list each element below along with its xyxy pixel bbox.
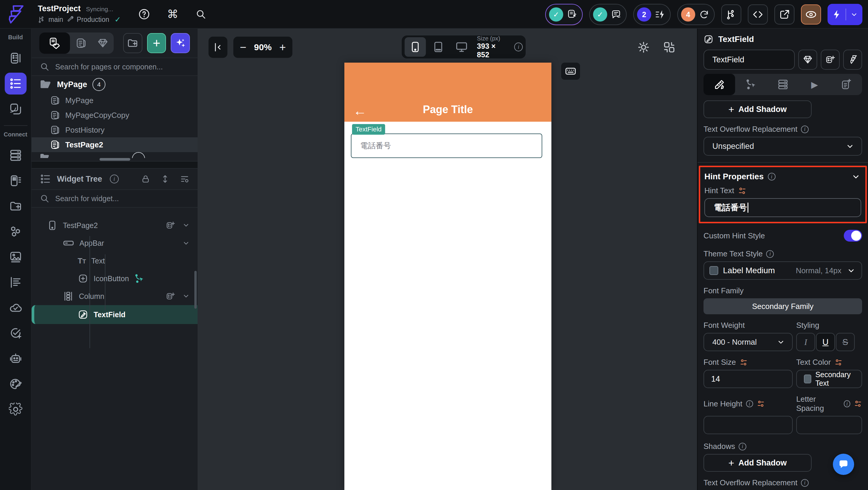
rail-cloud-functions[interactable] xyxy=(5,297,27,319)
search-button[interactable] xyxy=(195,9,206,20)
rail-settings[interactable] xyxy=(5,398,27,420)
project-health-badge[interactable]: ✓ xyxy=(545,4,583,25)
chevron-down-icon[interactable] xyxy=(182,239,190,247)
rail-ai-agent[interactable] xyxy=(5,348,27,369)
info-icon[interactable]: i xyxy=(766,250,774,258)
tab-backend[interactable] xyxy=(767,74,799,95)
add-page-button[interactable]: + xyxy=(147,33,166,53)
set-from-variable-icon[interactable] xyxy=(740,358,748,367)
info-icon[interactable]: i xyxy=(739,443,746,451)
rail-widget-palette[interactable] xyxy=(5,47,27,69)
info-icon[interactable]: i xyxy=(801,125,809,133)
history-badge[interactable]: 4 xyxy=(677,4,715,25)
zoom-out-button[interactable]: − xyxy=(240,42,246,53)
rail-page-selector-active[interactable] xyxy=(5,73,27,94)
info-icon[interactable]: i xyxy=(801,479,809,487)
tree-node-text[interactable]: TT Text xyxy=(32,252,197,270)
tab-actions[interactable] xyxy=(735,74,767,95)
letter-spacing-input[interactable] xyxy=(796,416,862,434)
view-code-button[interactable] xyxy=(748,4,768,25)
panel-vertical-scrollbar[interactable] xyxy=(194,271,197,309)
preview-page-title[interactable]: Page Title xyxy=(344,103,551,116)
rail-app-values[interactable] xyxy=(5,271,27,293)
page-item-testpage2-selected[interactable]: TestPage2 xyxy=(32,137,197,152)
add-widget-icon[interactable] xyxy=(166,221,175,230)
canvas-area[interactable]: − 90% + Size (px) 393 × 852 i ← Page Tit… xyxy=(197,29,697,490)
set-from-variable-icon[interactable] xyxy=(834,358,843,367)
italic-button[interactable]: I xyxy=(796,333,815,351)
tree-node-appbar[interactable]: AppBar xyxy=(32,234,197,252)
environment-name[interactable]: Production xyxy=(77,16,109,24)
flutterflow-docs-button[interactable] xyxy=(843,50,862,70)
canvas-settings-icon[interactable] xyxy=(663,41,676,54)
add-shadow-button-2[interactable]: + Add Shadow xyxy=(704,454,812,472)
info-icon[interactable]: i xyxy=(844,400,850,407)
keyboard-toggle-button[interactable] xyxy=(561,63,580,80)
theme-text-style-selector[interactable]: Label Medium Normal, 14px xyxy=(704,262,862,280)
tab-tests[interactable] xyxy=(831,74,862,95)
widget-search-input[interactable] xyxy=(55,194,189,203)
widget-name-input[interactable]: TextField xyxy=(704,50,795,70)
run-options-chevron-icon[interactable] xyxy=(850,10,859,19)
tab-components[interactable] xyxy=(92,32,114,54)
ai-generate-page-button[interactable] xyxy=(171,33,190,53)
flutterflow-logo[interactable] xyxy=(5,4,25,25)
text-color-selector[interactable]: Secondary Text xyxy=(796,370,862,388)
device-preview[interactable]: ← Page Title TextField 電話番号 電話番号 xyxy=(344,63,551,490)
add-shadow-button[interactable]: + Add Shadow xyxy=(704,100,812,118)
size-info-icon[interactable]: i xyxy=(514,42,523,51)
info-icon[interactable]: i xyxy=(746,400,753,407)
font-family-button[interactable]: Secondary Family xyxy=(704,298,862,314)
help-button[interactable] xyxy=(138,8,150,20)
command-menu-button[interactable]: ⌘ xyxy=(167,8,178,20)
branching-button[interactable] xyxy=(721,4,741,25)
run-button[interactable] xyxy=(828,4,862,25)
support-chat-button[interactable] xyxy=(833,454,854,475)
tab-animations[interactable]: ▶ xyxy=(799,74,830,95)
pages-search-input[interactable] xyxy=(55,63,189,71)
line-height-input[interactable] xyxy=(704,416,793,434)
action-attached-icon[interactable] xyxy=(134,274,145,283)
convert-to-component-button[interactable] xyxy=(798,50,817,70)
actions-badge[interactable]: 2 xyxy=(633,4,671,25)
tree-node-testpage2[interactable]: TestPage2 xyxy=(32,216,197,234)
rail-media-assets[interactable] xyxy=(5,246,27,268)
set-from-variable-icon[interactable] xyxy=(854,400,862,408)
page-item-mypagecopycopy[interactable]: MyPageCopyCopy xyxy=(32,108,197,123)
open-external-button[interactable] xyxy=(774,4,795,25)
set-from-variable-icon[interactable] xyxy=(738,186,747,195)
preview-button[interactable] xyxy=(801,4,821,25)
custom-hint-style-toggle[interactable] xyxy=(844,230,862,242)
rail-components[interactable] xyxy=(5,98,27,120)
underline-button[interactable]: U xyxy=(816,333,835,351)
preview-textfield[interactable]: 電話番号 xyxy=(351,133,542,158)
text-overflow-dropdown[interactable]: Unspecified xyxy=(704,137,862,156)
collapse-section-chevron-icon[interactable] xyxy=(850,171,861,182)
collapse-panel-button[interactable] xyxy=(209,37,227,58)
device-desktop-button[interactable] xyxy=(451,37,472,57)
font-size-input[interactable]: 14 xyxy=(704,370,793,388)
tree-node-iconbutton[interactable]: IconButton xyxy=(32,270,197,287)
expand-collapse-icon[interactable] xyxy=(160,174,170,184)
info-icon[interactable]: i xyxy=(768,173,776,180)
add-folder-button[interactable] xyxy=(123,33,142,53)
tab-properties[interactable] xyxy=(704,74,735,95)
page-item-posthistory[interactable]: PostHistory xyxy=(32,123,197,137)
lock-icon[interactable] xyxy=(141,174,150,184)
page-item-mypage[interactable]: MyPage xyxy=(32,93,197,108)
tab-pages-and-components[interactable] xyxy=(39,32,70,54)
rail-theme[interactable] xyxy=(5,373,27,395)
preview-appbar[interactable]: ← Page Title xyxy=(344,63,551,122)
add-widget-icon[interactable] xyxy=(166,292,175,301)
rail-files[interactable] xyxy=(5,195,27,217)
hint-text-input[interactable]: 電話番号 xyxy=(704,198,861,217)
set-from-variable-icon[interactable] xyxy=(757,400,765,408)
tree-node-textfield-selected[interactable]: TextField xyxy=(32,305,197,324)
folder-mypage[interactable]: MyPage 4 xyxy=(32,76,197,93)
device-tablet-button[interactable] xyxy=(428,37,449,57)
chevron-down-icon[interactable] xyxy=(182,221,190,230)
project-name[interactable]: TestProject xyxy=(38,4,81,13)
comments-badge[interactable]: ✓ xyxy=(589,4,627,25)
font-weight-dropdown[interactable]: 400 - Normal xyxy=(704,333,793,351)
device-phone-button[interactable] xyxy=(405,37,426,57)
